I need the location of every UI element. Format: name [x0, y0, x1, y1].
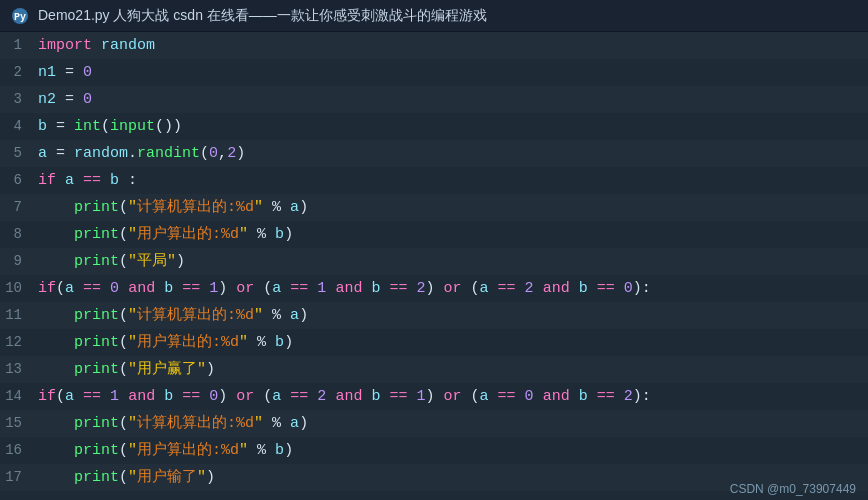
line-number: 3	[0, 86, 38, 112]
line-code: print("用户算出的:%d" % b)	[38, 222, 293, 248]
line-code: if a == b :	[38, 168, 137, 194]
line-number: 17	[0, 464, 38, 490]
line-number: 14	[0, 383, 38, 409]
line-number: 1	[0, 32, 38, 58]
line-number: 12	[0, 329, 38, 355]
line-code: print("计算机算出的:%d" % a)	[38, 303, 308, 329]
code-line: 16 print("用户算出的:%d" % b)	[0, 437, 868, 464]
line-number: 4	[0, 113, 38, 139]
code-line: 14if(a == 1 and b == 0) or (a == 2 and b…	[0, 383, 868, 410]
line-number: 9	[0, 248, 38, 274]
code-line: 4b = int(input())	[0, 113, 868, 140]
line-number: 13	[0, 356, 38, 382]
line-number: 6	[0, 167, 38, 193]
code-editor: 1import random2n1 = 03n2 = 04b = int(inp…	[0, 32, 868, 500]
code-line: 2n1 = 0	[0, 59, 868, 86]
title-bar: Py Demo21.py 人狗大战 csdn 在线看——一款让你感受刺激战斗的编…	[0, 0, 868, 32]
line-number: 11	[0, 302, 38, 328]
line-code: n1 = 0	[38, 60, 92, 86]
code-line: 15 print("计算机算出的:%d" % a)	[0, 410, 868, 437]
code-line: 9 print("平局")	[0, 248, 868, 275]
code-line: 6if a == b :	[0, 167, 868, 194]
line-number: 7	[0, 194, 38, 220]
line-code: n2 = 0	[38, 87, 92, 113]
code-line: 5a = random.randint(0,2)	[0, 140, 868, 167]
code-line: 1import random	[0, 32, 868, 59]
svg-text:Py: Py	[14, 12, 26, 23]
line-code: print("用户算出的:%d" % b)	[38, 438, 293, 464]
code-line: 11 print("计算机算出的:%d" % a)	[0, 302, 868, 329]
line-code: a = random.randint(0,2)	[38, 141, 245, 167]
line-code: print("用户算出的:%d" % b)	[38, 330, 293, 356]
line-code: print("计算机算出的:%d" % a)	[38, 411, 308, 437]
line-number: 10	[0, 275, 38, 301]
code-line: 8 print("用户算出的:%d" % b)	[0, 221, 868, 248]
line-number: 16	[0, 437, 38, 463]
line-number: 8	[0, 221, 38, 247]
line-code: print("用户输了")	[38, 465, 215, 491]
python-icon: Py	[10, 6, 30, 26]
line-code: if(a == 1 and b == 0) or (a == 2 and b =…	[38, 384, 651, 410]
window-title: Demo21.py 人狗大战 csdn 在线看——一款让你感受刺激战斗的编程游戏	[38, 7, 487, 25]
code-line: 3n2 = 0	[0, 86, 868, 113]
line-code: if(a == 0 and b == 1) or (a == 1 and b =…	[38, 276, 651, 302]
line-code: print("用户赢了")	[38, 357, 215, 383]
line-code: print("计算机算出的:%d" % a)	[38, 195, 308, 221]
line-code: import random	[38, 33, 155, 59]
code-line: 13 print("用户赢了")	[0, 356, 868, 383]
line-code: b = int(input())	[38, 114, 182, 140]
code-line: 7 print("计算机算出的:%d" % a)	[0, 194, 868, 221]
line-code: print("平局")	[38, 249, 185, 275]
line-number: 15	[0, 410, 38, 436]
line-number: 2	[0, 59, 38, 85]
footer-attribution: CSDN @m0_73907449	[730, 482, 856, 496]
code-line: 10if(a == 0 and b == 1) or (a == 1 and b…	[0, 275, 868, 302]
line-number: 5	[0, 140, 38, 166]
code-line: 12 print("用户算出的:%d" % b)	[0, 329, 868, 356]
